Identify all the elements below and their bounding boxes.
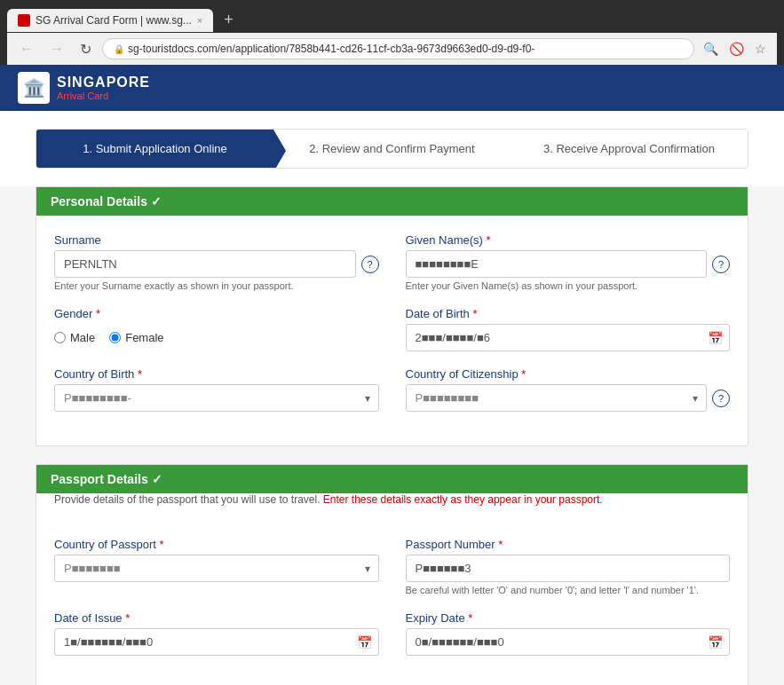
expiry-date-label: Expiry Date * [406,611,731,625]
step-1[interactable]: 1. Submit Application Online [36,130,273,168]
reload-button[interactable]: ↻ [75,39,97,59]
country-passport-select-wrap: P■■■■■■■ [54,555,379,582]
country-birth-label: Country of Birth * [54,367,379,381]
surname-help-button[interactable]: ? [361,256,379,273]
passport-number-label: Passport Number * [406,538,731,551]
address-bar: ← → ↻ 🔒 sg-touristdocs.com/en/applicatio… [7,33,777,65]
country-row: Country of Birth * P■■■■■■■■- Country of… [54,367,730,412]
date-issue-input[interactable] [54,628,379,656]
passport-number-hint: Be careful with letter 'O' and number '0… [406,585,731,595]
personal-details-body: Surname ? Enter your Surname exactly as … [36,216,748,445]
country-birth-required: * [138,367,142,381]
gender-female-label[interactable]: Female [109,331,163,344]
gender-dob-row: Gender * Male Female [54,307,730,351]
country-birth-select-wrap: P■■■■■■■■- [54,384,379,412]
given-names-required: * [487,233,491,247]
gender-female-text: Female [125,331,163,344]
expiry-date-calendar-icon[interactable]: 📅 [708,635,723,650]
surname-input[interactable] [54,250,356,278]
url-bar[interactable]: 🔒 sg-touristdocs.com/en/application/7858… [102,38,694,59]
personal-details-title: Personal Details ✓ [51,194,162,209]
address-actions: 🔍 🚫 ☆ [700,40,770,58]
singapore-label: SINGAPORE [57,75,150,91]
country-citizenship-select[interactable]: P■■■■■■■■ [406,384,708,412]
page-content: 🏛️ SINGAPORE Arrival Card 1. Submit Appl… [0,65,784,685]
passport-country-number-row: Country of Passport * P■■■■■■■ Passport … [54,538,730,595]
country-passport-label: Country of Passport * [54,538,379,551]
bookmark-button[interactable]: ☆ [751,40,770,58]
step-1-label: 1. Submit Application Online [83,142,227,155]
step-3[interactable]: 3. Receive Approval Confirmation [511,130,748,168]
arrival-label: Arrival Card [57,91,150,101]
surname-group: Surname ? Enter your Surname exactly as … [54,233,379,291]
passport-details-title: Passport Details ✓ [51,472,162,486]
browser-chrome: SG Arrival Card Form | www.sg... × + ← →… [0,0,784,65]
tab-bar: SG Arrival Card Form | www.sg... × + [7,7,777,33]
forward-button[interactable]: → [44,39,69,59]
surname-input-wrap: ? [54,250,379,278]
form-container: Personal Details ✓ Surname ? Enter your … [0,186,784,685]
passport-details-section: Passport Details ✓ Provide details of th… [36,464,748,685]
dob-input-wrap: 📅 [406,324,731,351]
passport-details-body: Country of Passport * P■■■■■■■ Passport … [36,520,748,685]
country-citizenship-required: * [521,367,526,381]
passport-number-input[interactable] [406,555,731,582]
expiry-date-input[interactable] [406,628,731,656]
tab-favicon [18,14,30,27]
site-header: 🏛️ SINGAPORE Arrival Card [0,65,784,111]
step-2-label: 2. Review and Confirm Payment [309,142,474,155]
given-names-hint: Enter your Given Name(s) as shown in you… [406,280,731,291]
country-birth-select[interactable]: P■■■■■■■■- [54,384,379,412]
country-citizenship-input-wrap: P■■■■■■■■ ? [406,384,731,412]
passport-note-plain: Provide details of the passport that you… [54,493,323,506]
country-citizenship-group: Country of Citizenship * P■■■■■■■■ ? [406,367,731,412]
gender-male-label[interactable]: Male [54,331,95,344]
gender-male-radio[interactable] [54,332,66,343]
logo-icon: 🏛️ [18,72,50,104]
steps-container: 1. Submit Application Online 2. Review a… [0,111,784,186]
passport-details-header: Passport Details ✓ [36,465,748,493]
passport-number-group: Passport Number * Be careful with letter… [406,538,731,595]
active-tab[interactable]: SG Arrival Card Form | www.sg... × [7,9,213,32]
tab-close-button[interactable]: × [197,15,202,26]
dob-label: Date of Birth * [406,307,731,320]
surname-hint: Enter your Surname exactly as shown in y… [54,280,379,291]
given-names-input[interactable] [406,250,708,278]
logo-text: SINGAPORE Arrival Card [57,75,150,101]
passport-note: Provide details of the passport that you… [36,493,748,520]
expiry-date-required: * [468,611,472,625]
privacy-button[interactable]: 🚫 [725,40,748,58]
date-issue-required: * [125,611,130,625]
date-issue-group: Date of Issue * 📅 [54,611,379,656]
date-issue-calendar-icon[interactable]: 📅 [357,635,372,650]
gender-female-radio[interactable] [109,332,121,343]
gender-label: Gender * [54,307,379,320]
step-2[interactable]: 2. Review and Confirm Payment [273,130,511,168]
back-button[interactable]: ← [14,39,39,59]
gender-group: Gender * Male Female [54,307,379,351]
date-issue-label: Date of Issue * [54,611,379,625]
country-passport-select[interactable]: P■■■■■■■ [54,555,379,582]
url-text: sg-touristdocs.com/en/application/7858b4… [128,43,683,55]
expiry-date-input-wrap: 📅 [406,628,731,656]
given-names-input-wrap: ? [406,250,731,278]
new-tab-button[interactable]: + [217,7,241,33]
gender-male-text: Male [70,331,95,344]
country-citizenship-help-button[interactable]: ? [712,390,730,407]
expiry-date-group: Expiry Date * 📅 [406,611,731,656]
country-citizenship-select-wrap: P■■■■■■■■ [406,384,708,412]
search-button[interactable]: 🔍 [700,40,722,58]
country-passport-group: Country of Passport * P■■■■■■■ [54,538,379,595]
country-birth-group: Country of Birth * P■■■■■■■■- [54,367,379,412]
given-names-help-button[interactable]: ? [712,256,730,273]
personal-details-section: Personal Details ✓ Surname ? Enter your … [36,186,748,446]
dob-input[interactable] [406,324,731,351]
country-citizenship-label: Country of Citizenship * [406,367,731,381]
dob-group: Date of Birth * 📅 [406,307,731,351]
given-names-group: Given Name(s) * ? Enter your Given Name(… [406,233,731,291]
passport-number-required: * [498,538,503,551]
dob-calendar-icon[interactable]: 📅 [708,331,723,345]
gender-radio-group: Male Female [54,324,379,351]
steps-bar: 1. Submit Application Online 2. Review a… [36,129,748,169]
gender-required: * [96,307,100,320]
